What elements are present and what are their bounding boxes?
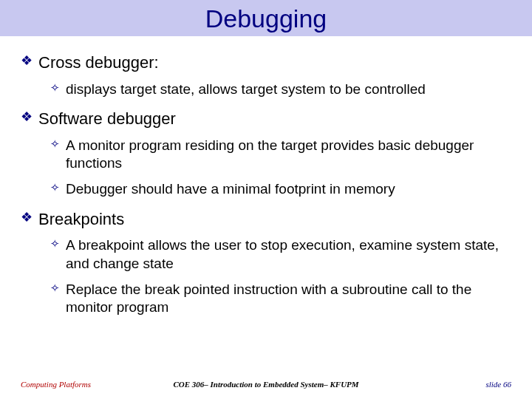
slide-title: Debugging <box>0 4 532 33</box>
diamond-sub-bullet-icon: ✧ <box>50 281 60 296</box>
bullet-text: A monitor program residing on the target… <box>66 137 505 173</box>
slide-content: ❖ Cross debugger: ✧ displays target stat… <box>0 36 532 317</box>
diamond-sub-bullet-icon: ✧ <box>50 236 60 251</box>
bullet-text: Cross debugger: <box>38 52 159 73</box>
footer-center: COE 306– Introduction to Embedded System… <box>165 380 366 389</box>
list-item: ✧ A breakpoint allows the user to stop e… <box>50 236 517 273</box>
bullet-text: Debugger should have a minimal footprint… <box>66 180 395 199</box>
diamond-bullet-icon: ❖ <box>21 52 33 69</box>
slide-footer: Computing Platforms COE 306– Introductio… <box>0 380 532 389</box>
diamond-sub-bullet-icon: ✧ <box>50 81 60 95</box>
diamond-bullet-icon: ❖ <box>21 109 33 126</box>
diamond-sub-bullet-icon: ✧ <box>50 137 60 151</box>
bullet-text: displays target state, allows target sys… <box>66 81 426 99</box>
title-bar: Debugging <box>0 0 532 36</box>
list-item: ✧ Replace the break pointed instruction … <box>50 281 517 317</box>
list-item: ❖ Breakpoints <box>21 209 517 230</box>
bullet-text: Breakpoints <box>38 209 124 230</box>
list-item: ✧ displays target state, allows target s… <box>50 81 517 99</box>
list-item: ❖ Software debugger <box>21 109 517 129</box>
diamond-bullet-icon: ❖ <box>21 209 33 226</box>
bullet-text: Software debugger <box>38 109 176 129</box>
footer-left: Computing Platforms <box>0 380 165 389</box>
list-item: ✧ A monitor program residing on the targ… <box>50 137 517 173</box>
footer-right: slide 66 <box>367 380 532 389</box>
bullet-text: Replace the break pointed instruction wi… <box>66 281 505 317</box>
list-item: ✧ Debugger should have a minimal footpri… <box>50 180 517 199</box>
bullet-text: A breakpoint allows the user to stop exe… <box>66 236 505 273</box>
diamond-sub-bullet-icon: ✧ <box>50 180 60 195</box>
list-item: ❖ Cross debugger: <box>21 52 517 73</box>
